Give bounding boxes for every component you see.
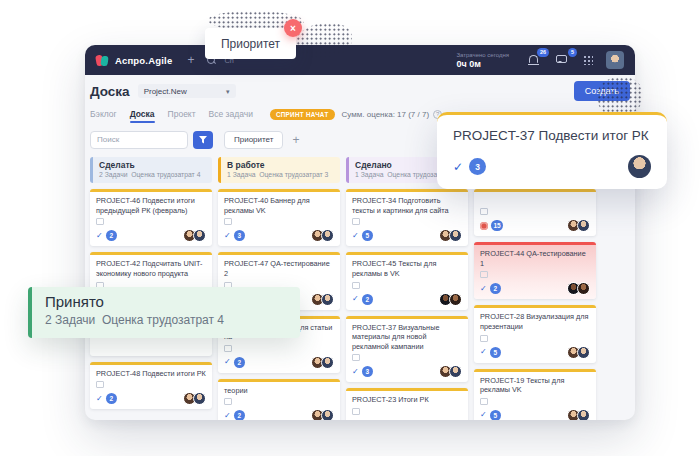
- user-avatar[interactable]: [606, 51, 624, 69]
- close-icon[interactable]: ×: [284, 19, 302, 37]
- column-title: Сделать: [99, 160, 206, 170]
- brand-name: Аспро.Agile: [115, 55, 172, 66]
- column-meta: 2 Задачи Оценка трудозатрат 4: [99, 171, 206, 178]
- avatar[interactable]: [193, 392, 206, 405]
- estimate-badge: 5: [490, 410, 501, 420]
- check-icon: ✓: [224, 232, 231, 240]
- card-meta: ✓3: [224, 229, 334, 242]
- avatar[interactable]: [577, 282, 590, 295]
- avatar[interactable]: [321, 293, 334, 306]
- estimate-badge: 3: [234, 230, 245, 241]
- messages-button[interactable]: 5: [556, 54, 569, 66]
- kanban-card[interactable]: PROJECT-46 Подвести итоги предыдущей РК …: [90, 189, 212, 246]
- estimate-badge: 2: [234, 410, 245, 420]
- card-meta: ✓2: [96, 392, 206, 405]
- avatar[interactable]: [577, 409, 590, 420]
- bell-icon: [529, 55, 538, 63]
- check-icon: ✓: [96, 395, 103, 403]
- kanban-card[interactable]: теории✓2: [218, 379, 340, 420]
- check-icon: ✓: [352, 232, 359, 240]
- time-tracker-value: 0ч 0м: [456, 59, 509, 69]
- filter-chip-priority[interactable]: Приоритет: [224, 131, 283, 149]
- add-filter-button[interactable]: +: [292, 134, 299, 146]
- messages-count-badge: 5: [568, 48, 577, 57]
- kanban-card[interactable]: PROJECT-40 Баннер для рекламы VK✓3: [218, 189, 340, 246]
- description-icon: [480, 271, 488, 278]
- card-meta: ✓5: [352, 419, 462, 420]
- card-meta: ✓2: [352, 293, 462, 306]
- card-meta: 15: [480, 219, 590, 232]
- board-column: 15PROJECT-44 QA-тестирование 1✓2PROJECT-…: [474, 157, 596, 420]
- page: Аспро.Agile + Сп Затрачено сегодня 0ч 0м…: [0, 0, 700, 456]
- description-icon: [352, 408, 360, 415]
- avatar[interactable]: [321, 356, 334, 369]
- task-preview-popup[interactable]: PROJECT-37 Подвести итог РК ✓ 3: [437, 112, 667, 189]
- card-title: PROJECT-19 Тексты для рекламы VK: [480, 376, 590, 395]
- speckle-decoration: [597, 77, 643, 117]
- card-title: теории: [224, 386, 334, 396]
- funnel-icon: [199, 136, 207, 144]
- estimate-badge: 5: [490, 347, 501, 358]
- kanban-card[interactable]: PROJECT-45 Тексты для рекламы в VK✓2: [346, 252, 468, 309]
- search-input[interactable]: [90, 131, 188, 149]
- apps-grid-icon[interactable]: [583, 55, 593, 65]
- project-select-value: Project.New: [144, 87, 187, 96]
- tab-3[interactable]: Проект: [168, 109, 196, 119]
- check-icon: ✓: [96, 232, 103, 240]
- time-tracker[interactable]: Затрачено сегодня 0ч 0м: [456, 52, 509, 69]
- card-title: PROJECT-45 Тексты для рекламы в VK: [352, 259, 462, 278]
- add-icon[interactable]: +: [187, 54, 194, 66]
- card-meta: ✓5: [480, 409, 590, 420]
- sprint-status-badge: СПРИНТ НАЧАТ: [270, 109, 335, 120]
- check-icon: ✓: [480, 348, 487, 356]
- column-header[interactable]: В работе1 Задача Оценка трудозатрат 3: [218, 157, 340, 183]
- card-meta: ✓2: [224, 409, 334, 420]
- card-title: PROJECT-44 QA-тестирование 1: [480, 249, 590, 268]
- estimate-badge: 3: [469, 158, 486, 175]
- column-meta: 1 Задача Оценка трудозатрат 3: [227, 171, 334, 178]
- avatar[interactable]: [321, 229, 334, 242]
- avatar[interactable]: [449, 229, 462, 242]
- kanban-card[interactable]: PROJECT-23 Итоги РК✓5: [346, 388, 468, 420]
- kanban-card[interactable]: PROJECT-28 Визуализация для презентации✓…: [474, 305, 596, 362]
- check-icon: ✓: [224, 412, 231, 420]
- kanban-card[interactable]: 15: [474, 189, 596, 236]
- avatar[interactable]: [577, 346, 590, 359]
- check-icon: ✓: [480, 285, 487, 293]
- check-icon: ✓: [480, 411, 487, 419]
- description-icon: [352, 282, 360, 289]
- card-title: PROJECT-42 Подсчитать UNIT-экономику нов…: [96, 259, 206, 278]
- avatar[interactable]: [321, 409, 334, 420]
- notifications-button[interactable]: 26: [528, 54, 541, 66]
- estimate-badge: 15: [491, 220, 503, 231]
- kanban-card[interactable]: PROJECT-37 Визуальные материалы для ново…: [346, 316, 468, 383]
- filter-button[interactable]: [193, 131, 213, 149]
- tab-2[interactable]: Доска: [130, 109, 155, 119]
- avatar[interactable]: [193, 229, 206, 242]
- description-icon: [96, 381, 104, 388]
- estimate-summary: Сумм. оценка: 17 (7 / 7): [342, 110, 430, 119]
- kanban-card[interactable]: PROJECT-44 QA-тестирование 1✓2: [474, 242, 596, 299]
- check-icon: ✓: [352, 295, 359, 303]
- avatar[interactable]: [449, 419, 462, 420]
- kanban-card[interactable]: PROJECT-19 Тексты для рекламы VK✓5: [474, 369, 596, 421]
- accepted-popup-meta: 2 Задачи Оценка трудозатрат 4: [45, 313, 287, 327]
- project-select[interactable]: Project.New ▾: [138, 84, 236, 98]
- column-header[interactable]: Сделать2 Задачи Оценка трудозатрат 4: [90, 157, 212, 183]
- estimate-badge: 2: [362, 294, 373, 305]
- time-tracker-label: Затрачено сегодня: [456, 52, 509, 58]
- kanban-card[interactable]: PROJECT-48 Подвести итоги РК✓2: [90, 362, 212, 410]
- estimate-badge: 2: [106, 230, 117, 241]
- kanban-card[interactable]: PROJECT-34 Подготовить тексты и картинки…: [346, 189, 468, 246]
- check-icon: ✓: [224, 358, 231, 366]
- estimate-badge: 3: [362, 366, 373, 377]
- tab-1[interactable]: Бэклог: [90, 109, 117, 119]
- header-right: Затрачено сегодня 0ч 0м 26 5: [456, 51, 624, 69]
- notifications-count-badge: 26: [537, 48, 549, 57]
- card-meta: ✓5: [352, 229, 462, 242]
- avatar[interactable]: [449, 365, 462, 378]
- tab-4[interactable]: Все задачи: [209, 109, 253, 119]
- avatar[interactable]: [449, 293, 462, 306]
- avatar[interactable]: [577, 219, 590, 232]
- description-icon: [480, 208, 488, 215]
